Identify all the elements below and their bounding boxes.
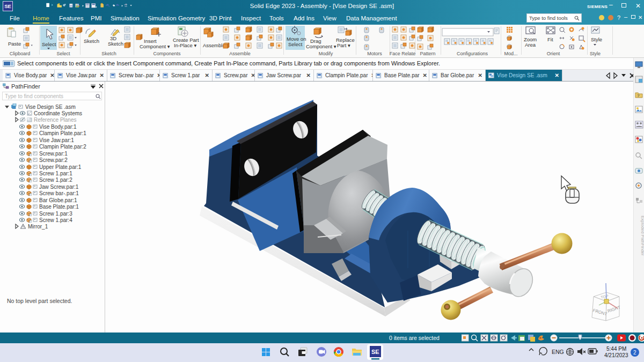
svg-text:Fit: Fit: [547, 36, 553, 42]
svg-text:Components: Components: [153, 51, 181, 56]
svg-text:Select: Select: [42, 41, 56, 47]
svg-text:Paste: Paste: [8, 41, 21, 47]
svg-text:In-Place ▾: In-Place ▾: [174, 42, 196, 48]
svg-text:Mod...: Mod...: [504, 51, 517, 56]
svg-text:Configurations: Configurations: [457, 51, 488, 56]
svg-text:Assemble: Assemble: [203, 42, 225, 48]
svg-text:Component ▾: Component ▾: [306, 43, 336, 49]
svg-text:Assemble: Assemble: [229, 51, 251, 56]
svg-text:Orient: Orient: [547, 51, 560, 56]
svg-text:Part ▾: Part ▾: [337, 42, 350, 48]
svg-text:Modify: Modify: [319, 51, 333, 56]
svg-text:Component ▾: Component ▾: [140, 43, 170, 49]
svg-text:Sketch: Sketch: [84, 38, 99, 44]
svg-text:Style: Style: [590, 51, 601, 56]
svg-text:Exploded PathFinder: Exploded PathFinder: [640, 216, 644, 256]
svg-text:Face Relate: Face Relate: [390, 51, 416, 56]
svg-text:SE: SE: [371, 349, 379, 355]
svg-text:Select: Select: [56, 51, 70, 56]
svg-text:Area: Area: [525, 42, 536, 48]
svg-text:Pattern: Pattern: [420, 51, 435, 56]
svg-text:Select: Select: [288, 41, 303, 47]
svg-text:4/21/2023: 4/21/2023: [604, 352, 628, 358]
svg-text:ENG: ENG: [552, 349, 564, 355]
svg-text:Motors: Motors: [367, 51, 382, 56]
svg-text:5:44 PM: 5:44 PM: [606, 346, 626, 352]
svg-text:Clipboard: Clipboard: [10, 51, 31, 56]
svg-text:Style: Style: [591, 36, 602, 42]
svg-text:Sketch: Sketch: [101, 51, 116, 56]
svg-text:?: ?: [637, 93, 640, 98]
svg-text:Sketch: Sketch: [108, 41, 123, 47]
svg-text:2: 2: [633, 350, 636, 356]
